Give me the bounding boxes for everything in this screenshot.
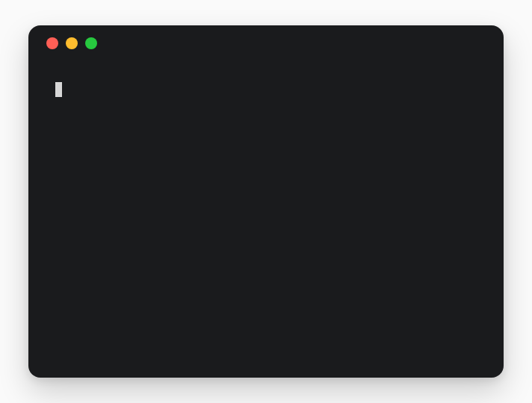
zoom-icon[interactable] (85, 37, 97, 49)
minimize-icon[interactable] (66, 37, 78, 49)
close-icon[interactable] (46, 37, 58, 49)
terminal-body[interactable] (28, 61, 504, 378)
titlebar (28, 25, 504, 61)
cursor-icon (55, 82, 62, 97)
terminal-window (28, 25, 504, 378)
prompt-line[interactable] (52, 82, 480, 97)
